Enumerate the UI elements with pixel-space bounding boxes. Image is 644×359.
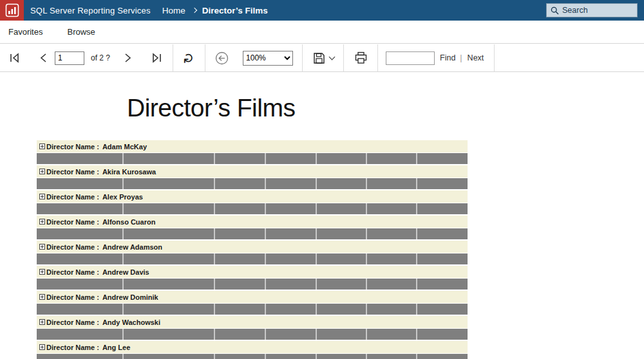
data-cell	[266, 253, 316, 264]
last-page-button[interactable]	[151, 53, 162, 63]
data-cell	[417, 279, 468, 290]
data-cell	[317, 253, 366, 264]
data-cell	[266, 304, 316, 315]
data-cell	[215, 228, 265, 239]
data-cell	[124, 203, 213, 214]
director-name: Alex Proyas	[102, 193, 143, 201]
data-cell	[417, 203, 468, 214]
director-group-row[interactable]: Director Name : Ang Lee	[37, 341, 468, 353]
data-cell	[317, 178, 366, 189]
ssrs-logo[interactable]	[0, 0, 24, 21]
data-cell	[266, 178, 316, 189]
tab-browse[interactable]: Browse	[67, 27, 95, 37]
find-group: Find | Next	[378, 44, 494, 71]
first-page-button[interactable]	[9, 53, 21, 63]
expand-plus-icon[interactable]	[39, 169, 45, 174]
pagination-group: of 2 ?	[0, 44, 173, 71]
back-to-parent-button[interactable]	[215, 51, 229, 65]
find-text-input[interactable]	[386, 51, 435, 65]
director-group-row[interactable]: Director Name : Andrew Davis	[37, 266, 468, 278]
expand-plus-icon[interactable]	[39, 143, 45, 149]
director-group-row[interactable]: Director Name : Alex Proyas	[37, 190, 468, 203]
director-row-label: Director Name :	[46, 293, 99, 301]
refresh-group: ↻	[173, 44, 205, 71]
data-cell	[215, 178, 265, 189]
refresh-button[interactable]: ↻	[184, 51, 195, 65]
current-page-input[interactable]	[55, 51, 84, 65]
data-cell	[124, 153, 213, 164]
collapsed-data-row	[37, 178, 468, 189]
search-box[interactable]	[546, 3, 638, 17]
report-canvas: Director’s Films Director Name : Adam Mc…	[0, 72, 644, 359]
director-row-label: Director Name :	[46, 143, 99, 151]
data-cell	[37, 203, 122, 214]
data-cell	[417, 329, 468, 340]
expand-plus-icon[interactable]	[39, 319, 45, 325]
director-name: Andrew Dominik	[102, 293, 158, 301]
data-cell	[317, 329, 366, 340]
data-cell	[215, 329, 265, 340]
data-cell	[37, 228, 122, 239]
director-row-label: Director Name :	[46, 268, 99, 276]
expand-plus-icon[interactable]	[39, 294, 45, 300]
data-cell	[266, 279, 316, 290]
find-next-divider: |	[460, 53, 462, 62]
director-group-row[interactable]: Director Name : Akira Kurosawa	[37, 165, 468, 178]
data-cell	[317, 153, 366, 164]
data-cell	[124, 253, 213, 264]
director-name: Andy Wachowski	[102, 318, 160, 326]
refresh-icon: ↻	[182, 52, 196, 64]
next-page-button[interactable]	[124, 53, 131, 63]
tab-favorites[interactable]: Favorites	[8, 27, 43, 37]
search-icon	[551, 6, 559, 15]
director-name: Alfonso Cuaron	[102, 218, 156, 226]
breadcrumb: Home Director’s Films	[162, 6, 268, 15]
data-cell	[124, 228, 213, 239]
collapsed-data-row	[37, 354, 468, 359]
find-button[interactable]: Find	[440, 53, 455, 62]
director-name: Ang Lee	[102, 344, 130, 351]
expand-plus-icon[interactable]	[39, 269, 45, 275]
director-group-row[interactable]: Director Name : Adam McKay	[37, 140, 468, 152]
printer-icon	[354, 51, 368, 64]
collapsed-data-row	[37, 304, 468, 315]
director-group-row[interactable]: Director Name : Andy Wachowski	[37, 316, 468, 328]
director-group-row[interactable]: Director Name : Andrew Dominik	[37, 291, 468, 303]
data-cell	[417, 228, 468, 239]
data-cell	[417, 153, 468, 164]
data-cell	[317, 203, 366, 214]
director-group-row[interactable]: Director Name : Andrew Adamson	[37, 241, 468, 253]
data-cell	[317, 304, 366, 315]
print-button[interactable]	[354, 51, 368, 64]
data-cell	[124, 329, 213, 340]
back-arrow-icon	[215, 51, 229, 65]
data-cell	[37, 279, 122, 290]
previous-page-icon	[40, 53, 47, 63]
expand-plus-icon[interactable]	[39, 244, 45, 250]
collapsed-data-row	[37, 329, 468, 340]
data-cell	[367, 354, 417, 359]
next-page-icon	[124, 53, 131, 63]
expand-plus-icon[interactable]	[39, 219, 45, 225]
data-cell	[367, 329, 417, 340]
export-button[interactable]	[313, 52, 334, 64]
data-cell	[266, 354, 316, 359]
previous-page-button[interactable]	[40, 53, 47, 63]
collapsed-data-row	[37, 279, 468, 290]
breadcrumb-current: Director’s Films	[202, 6, 268, 15]
zoom-select[interactable]: 100%	[243, 51, 293, 66]
data-cell	[266, 153, 316, 164]
search-input[interactable]	[562, 6, 633, 15]
expand-plus-icon[interactable]	[39, 194, 45, 199]
director-row-label: Director Name :	[46, 318, 99, 326]
breadcrumb-home-link[interactable]: Home	[162, 6, 185, 15]
director-group-row[interactable]: Director Name : Alfonso Cuaron	[37, 216, 468, 228]
expand-plus-icon[interactable]	[39, 344, 45, 350]
collapsed-data-row	[37, 253, 468, 264]
find-next-button[interactable]: Next	[468, 53, 484, 62]
portal-tab-bar: Favorites Browse	[0, 21, 644, 44]
report-toolbar: of 2 ? ↻	[0, 44, 644, 72]
director-name: Andrew Davis	[102, 268, 149, 276]
data-cell	[367, 153, 417, 164]
export-group	[303, 44, 343, 71]
